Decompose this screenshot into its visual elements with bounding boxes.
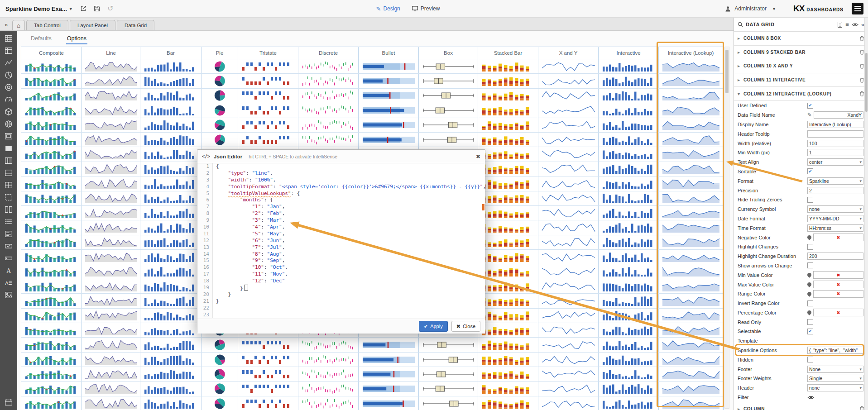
- tab-tab-control[interactable]: Tab Control: [26, 20, 68, 30]
- sparkline-cell-line[interactable]: [82, 133, 140, 147]
- code-line[interactable]: 9 "3": "Mar",: [197, 217, 485, 224]
- code-line[interactable]: 12 "6": "Jun",: [197, 238, 485, 244]
- sparkline-cell-tristate[interactable]: [238, 89, 298, 103]
- sparkline-cell-lookup[interactable]: [659, 147, 723, 161]
- tab-layout-panel[interactable]: Layout Panel: [70, 20, 115, 30]
- sparkline-cell-xy[interactable]: [538, 147, 599, 161]
- sparkline-cell-lookup[interactable]: [659, 250, 723, 264]
- sparkline-cell-tristate[interactable]: [238, 118, 298, 132]
- sparkline-cell-xy[interactable]: [538, 191, 599, 205]
- sparkline-cell-bar[interactable]: [140, 279, 201, 293]
- tab-data-grid[interactable]: Data Grid: [117, 20, 154, 30]
- sparkline-cell-stacked[interactable]: [478, 235, 538, 249]
- json-editor-header[interactable]: </> Json Editor hit CTRL + SPACE to acti…: [197, 150, 485, 163]
- sparkline-cell-line[interactable]: [82, 103, 140, 117]
- 3d-chart-icon[interactable]: [5, 108, 13, 116]
- sparkline-cell-lookup[interactable]: [659, 279, 723, 293]
- checkbox[interactable]: ✔: [807, 103, 813, 109]
- sparkline-cell-bar[interactable]: [140, 206, 201, 220]
- sparkline-cell-interactive[interactable]: [599, 309, 659, 323]
- sparkline-cell-xy[interactable]: [538, 323, 599, 337]
- sparkline-cell-bar[interactable]: [140, 294, 201, 308]
- sparkline-cell-xy[interactable]: [538, 59, 599, 73]
- sparkline-cell-lookup[interactable]: [659, 103, 723, 117]
- sparkline-cell-lookup[interactable]: [659, 367, 723, 381]
- dashed-frame-icon[interactable]: [5, 193, 13, 201]
- sparkline-cell-discrete[interactable]: [298, 133, 359, 147]
- sparkline-cell-interactive[interactable]: [599, 264, 659, 278]
- form-view-icon[interactable]: [5, 230, 13, 238]
- sparkline-cell-line[interactable]: [82, 191, 140, 205]
- sparkline-cell-lookup[interactable]: [659, 309, 723, 323]
- sparkline-cell-bar[interactable]: [140, 264, 201, 278]
- sparkline-cell-pie[interactable]: [201, 382, 238, 396]
- sparkline-cell-lookup[interactable]: [659, 294, 723, 308]
- sparkline-cell-bar[interactable]: [140, 191, 201, 205]
- code-line[interactable]: 14 "8": "Aug",: [197, 251, 485, 258]
- sparkline-cell-stacked[interactable]: [478, 176, 538, 191]
- select[interactable]: YYYY-MM-DD▾: [807, 215, 863, 222]
- sparkline-cell-discrete[interactable]: [298, 59, 359, 73]
- delete-column-icon[interactable]: [859, 49, 864, 55]
- sparkline-cell-pie[interactable]: [201, 74, 238, 88]
- sparkline-cell-box[interactable]: [419, 382, 478, 396]
- box-panel-icon[interactable]: [5, 132, 13, 140]
- checkbox[interactable]: [807, 300, 813, 306]
- code-line[interactable]: 3 "width": "100%",: [197, 177, 485, 184]
- pivot-table-icon[interactable]: [5, 47, 13, 55]
- sparkline-cell-stacked[interactable]: [478, 206, 538, 220]
- droplet-icon[interactable]: [806, 272, 812, 278]
- sparkline-cell-bar[interactable]: [140, 176, 201, 191]
- sparkline-cell-xy[interactable]: [538, 176, 599, 191]
- list-icon[interactable]: ≡: [845, 21, 849, 28]
- sparkline-cell-interactive[interactable]: [599, 74, 659, 88]
- sparkline-cell-stacked[interactable]: [478, 118, 538, 132]
- sparkline-cell-box[interactable]: [419, 367, 478, 381]
- code-line[interactable]: 16 "10": "Oct",: [197, 264, 485, 271]
- sparkline-cell-line[interactable]: [82, 396, 140, 410]
- sparkline-cell-bar[interactable]: [140, 89, 201, 103]
- sparkline-cell-interactive[interactable]: [599, 191, 659, 205]
- sparkline-cell-line[interactable]: [82, 279, 140, 293]
- sparkline-cell-lookup[interactable]: [659, 59, 723, 73]
- sparkline-cell-tristate[interactable]: [238, 133, 298, 147]
- sparkline-cell-line[interactable]: [82, 294, 140, 308]
- sparkline-cell-xy[interactable]: [538, 235, 599, 249]
- sparkline-cell-lookup[interactable]: [659, 338, 723, 352]
- sparkline-cell-bar[interactable]: [140, 74, 201, 88]
- sparkline-cell-lookup[interactable]: [659, 162, 723, 176]
- splitter-panel-icon[interactable]: [5, 205, 13, 214]
- column-header-line[interactable]: Line: [82, 47, 140, 59]
- sparkline-cell-composite[interactable]: [21, 206, 82, 220]
- sparkline-cell-xy[interactable]: [538, 338, 599, 352]
- grid-scrollbar[interactable]: [724, 47, 729, 409]
- sparkline-cell-xy[interactable]: [538, 206, 599, 220]
- text-input[interactable]: [814, 111, 863, 119]
- sparkline-cell-box[interactable]: [419, 103, 478, 117]
- sparkline-cell-box[interactable]: [419, 74, 478, 88]
- sparkline-cell-xy[interactable]: [538, 250, 599, 264]
- sparkline-cell-tristate[interactable]: [238, 59, 298, 73]
- sparkline-cell-interactive[interactable]: [599, 396, 659, 410]
- droplet-icon[interactable]: [806, 310, 812, 316]
- sparkline-cell-bullet[interactable]: [359, 118, 419, 132]
- sparkline-cell-stacked[interactable]: [478, 396, 538, 410]
- sparkline-cell-lookup[interactable]: [659, 191, 723, 205]
- column-header-discrete[interactable]: Discrete: [298, 47, 359, 59]
- delete-column-icon[interactable]: [859, 91, 864, 96]
- sparkline-cell-xy[interactable]: [538, 220, 599, 234]
- code-line[interactable]: 15 "9": "Sep",: [197, 257, 485, 264]
- sparkline-cell-composite[interactable]: [21, 147, 82, 161]
- sparkline-cell-lookup[interactable]: [659, 323, 723, 337]
- sparkline-cell-line[interactable]: [82, 59, 140, 73]
- panel-section-column-10-x-and-y[interactable]: ▸COLUMN 10 X AND Y: [734, 59, 868, 73]
- sparkline-cell-line[interactable]: [82, 220, 140, 234]
- droplet-icon[interactable]: [806, 234, 812, 240]
- sparkline-cell-interactive[interactable]: [599, 176, 659, 191]
- sparkline-cell-line[interactable]: [82, 176, 140, 191]
- sparkline-cell-bar[interactable]: [140, 235, 201, 249]
- eye-icon[interactable]: [807, 395, 815, 400]
- sparkline-cell-line[interactable]: [82, 74, 140, 88]
- sparkline-cell-line[interactable]: [82, 147, 140, 161]
- globe-chart-icon[interactable]: [5, 120, 13, 128]
